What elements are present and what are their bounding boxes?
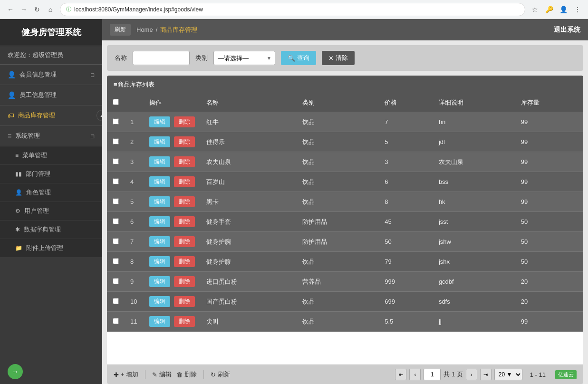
delete-button[interactable]: 删除 xyxy=(174,176,195,187)
delete-button[interactable]: 删除 xyxy=(174,236,195,247)
sidebar-item-member[interactable]: 👤 会员信息管理 ◻ xyxy=(0,65,102,85)
expand-icon: ◻ xyxy=(90,72,95,78)
top-bar: 刷新 Home / 商品库存管理 退出系统 xyxy=(102,19,588,40)
query-button[interactable]: 🔍 查询 xyxy=(281,51,316,65)
edit-button[interactable]: 编辑 xyxy=(149,156,170,167)
sidebar-toggle-button[interactable]: → xyxy=(8,364,23,379)
category-select[interactable]: —请选择— 饮品 防护用品 营养品 xyxy=(213,51,275,65)
add-label: + 增加 xyxy=(121,370,138,379)
col-price: 价格 xyxy=(379,94,433,112)
next-page-button[interactable]: › xyxy=(466,369,477,380)
row-detail: hn xyxy=(433,112,515,132)
sidebar: 健身房管理系统 欢迎您：超级管理员 👤 会员信息管理 ◻ 👤 员工信息管理 🏷 … xyxy=(0,19,102,384)
sidebar-item-staff[interactable]: 👤 员工信息管理 xyxy=(0,85,102,106)
goods-table: 操作 名称 类别 价格 详细说明 库存量 1 编辑 删除 红牛 饮 xyxy=(107,94,583,332)
row-checkbox[interactable] xyxy=(113,218,119,224)
prev-page-button[interactable]: ‹ xyxy=(409,369,421,380)
page-total: 共 1 页 xyxy=(443,370,463,379)
edit-button[interactable]: 编辑 xyxy=(149,136,170,147)
row-name: 国产蛋白粉 xyxy=(201,292,297,312)
delete-button[interactable]: 删除 xyxy=(174,296,195,307)
breadcrumb-current[interactable]: 商品库存管理 xyxy=(160,26,197,34)
account-button[interactable]: 👤 xyxy=(558,4,569,15)
row-price: 79 xyxy=(379,252,433,272)
delete-button[interactable]: 删除 xyxy=(174,316,195,327)
select-all-checkbox[interactable] xyxy=(113,99,119,105)
page-size-select[interactable]: 20 ▼ 50 100 xyxy=(494,369,522,380)
col-detail: 详细说明 xyxy=(433,94,515,112)
sidebar-item-dict-mgmt[interactable]: ✱ 数据字典管理 xyxy=(0,221,102,239)
row-detail: jshx xyxy=(433,252,515,272)
delete-button[interactable]: 删除 xyxy=(174,276,195,287)
row-checkbox[interactable] xyxy=(113,278,119,284)
sidebar-item-user-mgmt[interactable]: ⚙ 用户管理 xyxy=(0,202,102,221)
key-button[interactable]: 🔑 xyxy=(543,4,555,15)
table-row: 2 编辑 删除 佳得乐 饮品 5 jdl 99 xyxy=(107,132,583,152)
bottom-refresh-button[interactable]: ↻ 刷新 xyxy=(211,370,230,379)
row-checkbox[interactable] xyxy=(113,198,119,204)
bottom-edit-button[interactable]: ✎ 编辑 xyxy=(152,370,172,379)
bottom-delete-button[interactable]: 🗑 删除 xyxy=(176,370,197,379)
table-section: ≡商品库存列表 操作 名称 类别 价格 详 xyxy=(107,76,583,384)
edit-button[interactable]: 编辑 xyxy=(149,176,170,187)
sidebar-item-goods[interactable]: 🏷 商品库存管理 ◀ xyxy=(0,106,102,126)
reload-button[interactable]: ↻ xyxy=(31,4,43,15)
edit-button[interactable]: 编辑 xyxy=(149,216,170,227)
edit-button[interactable]: 编辑 xyxy=(149,236,170,247)
delete-button[interactable]: 删除 xyxy=(174,136,195,147)
forward-button[interactable]: → xyxy=(18,4,29,15)
delete-button[interactable]: 删除 xyxy=(174,256,195,267)
browser-nav-buttons: ← → ↻ ⌂ xyxy=(5,4,56,15)
row-operations: 编辑 删除 xyxy=(144,212,201,232)
first-page-button[interactable]: ⇤ xyxy=(395,369,406,380)
delete-button[interactable]: 删除 xyxy=(174,196,195,207)
submenu-label: 部门管理 xyxy=(26,170,50,178)
sidebar-item-attach-mgmt[interactable]: 📁 附件上传管理 xyxy=(0,239,102,258)
sidebar-item-system[interactable]: ≡ 系统管理 ◻ xyxy=(0,126,102,146)
row-checkbox[interactable] xyxy=(113,138,119,144)
row-checkbox[interactable] xyxy=(113,258,119,264)
row-checkbox[interactable] xyxy=(113,118,119,125)
sidebar-item-dept-mgmt[interactable]: ▮▮ 部门管理 xyxy=(0,165,102,183)
dict-icon: ✱ xyxy=(15,226,20,233)
delete-button[interactable]: 删除 xyxy=(174,216,195,227)
edit-button[interactable]: 编辑 xyxy=(149,316,170,327)
filter-bar: 名称 类别 —请选择— 饮品 防护用品 营养品 🔍 查询 ✕ 清除 xyxy=(107,45,583,71)
collapse-button[interactable]: ◀ xyxy=(96,110,102,121)
address-bar[interactable]: ⓘ localhost:8080/GymManager/index.jsp#go… xyxy=(60,3,525,16)
role-icon: 👤 xyxy=(15,189,22,196)
page-number-input[interactable] xyxy=(424,369,441,380)
refresh-button[interactable]: 刷新 xyxy=(110,24,131,36)
back-button[interactable]: ← xyxy=(5,4,16,15)
browser-chrome: ← → ↻ ⌂ ⓘ localhost:8080/GymManager/inde… xyxy=(0,0,588,19)
row-checkbox[interactable] xyxy=(113,158,119,164)
delete-button[interactable]: 删除 xyxy=(174,156,195,167)
row-category: 饮品 xyxy=(297,132,379,152)
name-input[interactable] xyxy=(133,51,190,65)
row-checkbox[interactable] xyxy=(113,298,119,304)
submenu-label: 菜单管理 xyxy=(22,151,47,160)
last-page-button[interactable]: ⇥ xyxy=(480,369,492,380)
home-button[interactable]: ⌂ xyxy=(45,4,56,15)
logout-button[interactable]: 退出系统 xyxy=(554,26,580,34)
category-label: 类别 xyxy=(195,54,208,62)
edit-button[interactable]: 编辑 xyxy=(149,296,170,307)
pagination: ⇤ ‹ 共 1 页 › ⇥ 20 ▼ 50 100 1 - 11 xyxy=(395,369,546,380)
bookmark-button[interactable]: ☆ xyxy=(529,4,540,15)
add-button[interactable]: ✚ + 增加 xyxy=(114,370,138,379)
edit-button[interactable]: 编辑 xyxy=(149,196,170,207)
submenu-label: 数据字典管理 xyxy=(24,225,61,234)
clear-button[interactable]: ✕ 清除 xyxy=(322,51,355,65)
sidebar-item-menu-mgmt[interactable]: ≡ 菜单管理 xyxy=(0,146,102,165)
sidebar-item-role-mgmt[interactable]: 👤 角色管理 xyxy=(0,183,102,202)
row-checkbox[interactable] xyxy=(113,178,119,184)
edit-button[interactable]: 编辑 xyxy=(149,116,170,127)
row-checkbox[interactable] xyxy=(113,318,119,324)
edit-button[interactable]: 编辑 xyxy=(149,256,170,267)
edit-button[interactable]: 编辑 xyxy=(149,276,170,287)
menu-button[interactable]: ⋮ xyxy=(572,4,583,15)
row-name: 佳得乐 xyxy=(201,132,297,152)
delete-button[interactable]: 删除 xyxy=(174,116,195,127)
row-checkbox[interactable] xyxy=(113,238,119,244)
row-price: 3 xyxy=(379,152,433,172)
